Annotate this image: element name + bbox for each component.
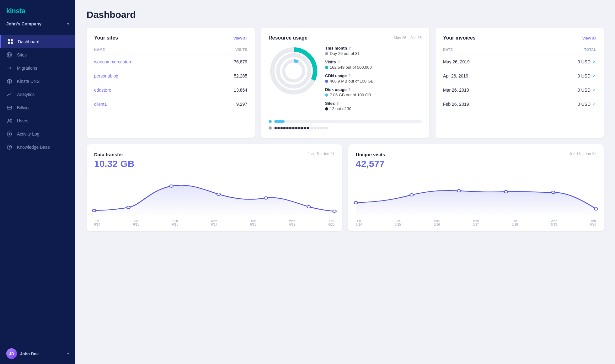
cdn-value: 466.9 MB out of 100 GB xyxy=(330,79,373,83)
svg-point-13 xyxy=(7,145,12,149)
top-grid: Your sites View all NAME VISITS woocomme… xyxy=(87,28,604,138)
table-row: woocommercestore 76,879 xyxy=(94,55,247,69)
question-icon[interactable]: ? xyxy=(349,46,351,51)
dot-icon xyxy=(325,80,328,83)
x-label: Mon 6/17 xyxy=(473,219,479,226)
sites-label: Sites xyxy=(325,101,335,106)
card-header: Your invoices View all xyxy=(443,35,596,41)
user-info[interactable]: JD John Doe xyxy=(6,348,39,359)
your-sites-card: Your sites View all NAME VISITS woocomme… xyxy=(87,28,255,138)
sidebar-item-knowledge-base[interactable]: Knowledge Base xyxy=(0,141,75,154)
svg-point-19 xyxy=(284,61,304,81)
site-name[interactable]: client1 xyxy=(94,102,107,107)
sidebar-item-dashboard[interactable]: Dashboard xyxy=(0,35,75,48)
invoice-row: Apr 26, 2019 0 USD ✓ xyxy=(443,69,596,83)
sidebar: kinsta John's Company ▾ Dashboard xyxy=(0,0,75,364)
dot-icon xyxy=(325,107,328,110)
unique-visits-date: Jun 15 – Jun 21 xyxy=(570,152,596,156)
your-sites-title: Your sites xyxy=(94,35,118,41)
sidebar-item-label: Migrations xyxy=(17,66,37,71)
site-name[interactable]: woocommercestore xyxy=(94,59,132,64)
sidebar-item-label: Kinsta DNS xyxy=(17,79,40,84)
table-row: client1 9,297 xyxy=(94,97,247,111)
day-label: Day 26 out of 31 xyxy=(330,51,360,56)
sidebar-item-users[interactable]: Users xyxy=(0,114,75,127)
svg-point-10 xyxy=(10,119,12,120)
dashboard-icon xyxy=(7,39,13,45)
invoice-row: Feb 26, 2019 0 USD ✓ xyxy=(443,97,596,111)
sidebar-item-label: Activity Log xyxy=(17,131,40,136)
sidebar-item-activity-log[interactable]: Activity Log xyxy=(0,127,75,141)
invoices-title: Your invoices xyxy=(443,35,476,41)
svg-point-24 xyxy=(217,193,220,195)
x-label: Thu 6/20 xyxy=(329,219,334,226)
chevron-up-icon: ▾ xyxy=(67,351,69,356)
x-label: Wed 6/19 xyxy=(289,219,295,226)
your-invoices-card: Your invoices View all DATE TOTAL May 26… xyxy=(436,28,604,138)
site-visits: 9,297 xyxy=(236,102,247,107)
site-name[interactable]: eddstore xyxy=(94,88,111,93)
avatar: JD xyxy=(6,348,17,359)
sidebar-item-label: Dashboard xyxy=(18,39,40,44)
company-selector[interactable]: John's Company ▾ xyxy=(0,18,75,33)
resource-usage-card: Resource usage May 26 – Jun 26 xyxy=(261,28,429,138)
question-icon[interactable]: ? xyxy=(348,88,350,92)
svg-point-29 xyxy=(410,194,413,196)
migrations-icon xyxy=(6,65,13,71)
invoice-header: DATE TOTAL xyxy=(443,46,596,55)
x-label: Thu 6/20 xyxy=(590,219,596,226)
your-sites-view-all[interactable]: View all xyxy=(233,36,247,40)
filled-dots: ■■■■■■■■■■■■ xyxy=(274,126,310,131)
sidebar-item-label: Billing xyxy=(17,105,29,110)
site-visits: 76,879 xyxy=(234,59,247,64)
progress-track xyxy=(274,120,422,123)
sidebar-footer: JD John Doe ▾ xyxy=(0,343,75,364)
data-transfer-title: Data transfer xyxy=(94,152,123,157)
x-label: Fri 6/14 xyxy=(94,219,100,226)
question-icon[interactable]: ? xyxy=(336,101,339,106)
invoice-row: Mar 26, 2019 0 USD ✓ xyxy=(443,83,596,97)
svg-point-28 xyxy=(354,201,358,204)
sidebar-item-sites[interactable]: Sites xyxy=(0,48,75,62)
sidebar-item-analytics[interactable]: Analytics xyxy=(0,88,75,101)
sidebar-item-kinsta-dns[interactable]: Kinsta DNS xyxy=(0,75,75,88)
invoices-view-all[interactable]: View all xyxy=(582,36,596,40)
svg-rect-3 xyxy=(11,42,13,44)
card-header: Resource usage May 26 – Jun 26 xyxy=(269,35,422,41)
sidebar-item-billing[interactable]: Billing xyxy=(0,101,75,114)
x-label: Sat 6/15 xyxy=(395,219,401,226)
analytics-icon xyxy=(6,91,13,98)
progress-fill xyxy=(274,120,285,123)
col-total: TOTAL xyxy=(584,48,596,51)
invoice-date: May 26, 2019 xyxy=(443,59,470,64)
sites-icon xyxy=(6,52,13,58)
col-visits: VISITS xyxy=(235,48,247,51)
question-icon[interactable]: ? xyxy=(348,74,350,78)
x-axis-labels: Fri 6/14 Sat 6/15 Sun 6/16 Mon 6/17 Tue xyxy=(94,217,334,226)
x-label: Wed 6/19 xyxy=(551,219,557,226)
x-label: Mon 6/17 xyxy=(211,219,217,226)
svg-point-27 xyxy=(333,210,336,212)
check-icon: ✓ xyxy=(592,73,596,78)
col-date: DATE xyxy=(443,48,453,51)
kinsta-dns-icon xyxy=(6,78,13,84)
table-row: eddstore 13,864 xyxy=(94,83,247,97)
main-content: Dashboard Your sites View all NAME VISIT… xyxy=(75,0,615,364)
logo: kinsta xyxy=(0,0,75,18)
progress-row-2: ■■■■■■■■■■■■ ■■■■■■ xyxy=(269,126,422,131)
page-title: Dashboard xyxy=(87,9,604,20)
site-visits: 52,285 xyxy=(234,73,247,78)
data-transfer-date: Jun 15 – Jun 21 xyxy=(308,152,334,156)
sidebar-item-label: Users xyxy=(17,118,29,123)
stat-cdn: CDN usage ? 466.9 MB out of 100 GB xyxy=(325,73,422,83)
question-icon[interactable]: ? xyxy=(337,60,340,64)
user-name: John Doe xyxy=(20,351,39,356)
sidebar-item-migrations[interactable]: Migrations xyxy=(0,62,75,75)
check-icon: ✓ xyxy=(592,59,596,64)
billing-icon xyxy=(6,104,13,111)
site-name[interactable]: personablog xyxy=(94,73,118,78)
stat-this-month: This month ? Day 26 out of 31 xyxy=(325,46,422,56)
svg-rect-1 xyxy=(11,39,13,41)
sites-value: 12 out of 30 xyxy=(330,106,351,111)
dots-progress: ■■■■■■■■■■■■ ■■■■■■ xyxy=(274,126,422,131)
